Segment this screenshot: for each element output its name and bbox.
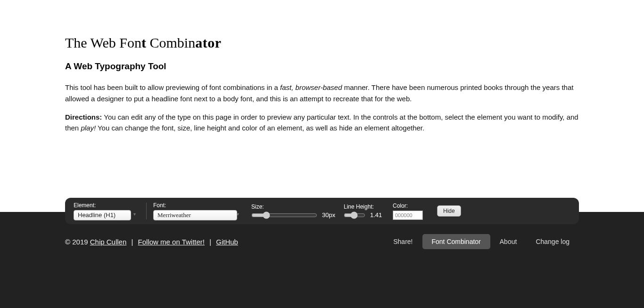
text-emphasis: fast, browser-based <box>280 83 342 91</box>
twitter-link[interactable]: Follow me on Twitter! <box>138 238 205 246</box>
font-select[interactable]: Merriweather <box>153 210 237 220</box>
github-link[interactable]: GitHub <box>216 238 238 246</box>
intro-paragraph[interactable]: This tool has been built to allow previe… <box>65 82 579 104</box>
page-title[interactable]: The Web Font Combinator <box>65 33 579 53</box>
size-value: 30px <box>322 211 338 219</box>
separator: | <box>207 238 213 246</box>
footer-nav: Share! Font Combinator About Change log <box>384 234 579 249</box>
text-emphasis: play! <box>81 124 96 132</box>
title-part-bold: ator <box>195 35 221 50</box>
element-label: Element: <box>74 202 140 209</box>
author-link[interactable]: Chip Cullen <box>90 238 127 246</box>
page-subtitle[interactable]: A Web Typography Tool <box>65 61 579 72</box>
text: You can change the font, size, line heig… <box>96 124 424 132</box>
separator: | <box>129 238 135 246</box>
line-height-label: Line Height: <box>344 203 386 210</box>
size-label: Size: <box>251 203 338 210</box>
footer-credits: © 2019 Chip Cullen | Follow me on Twitte… <box>65 238 238 246</box>
nav-share[interactable]: Share! <box>384 234 422 249</box>
title-part: Combin <box>146 35 195 50</box>
text-strong: Directions: <box>65 113 102 121</box>
hide-button[interactable]: Hide <box>437 205 461 217</box>
size-slider[interactable] <box>251 211 317 219</box>
color-label: Color: <box>393 203 423 209</box>
directions-paragraph[interactable]: Directions: You can edit any of the type… <box>65 112 579 134</box>
nav-about[interactable]: About <box>490 234 527 249</box>
line-height-value: 1.41 <box>370 211 386 219</box>
title-part: The Web Fon <box>65 35 141 50</box>
control-bar: Element: Headline (H1) Font: Merriweathe… <box>65 198 579 224</box>
footer-background <box>0 212 644 308</box>
title-part-bold: t <box>141 35 146 50</box>
text: This tool has been built to allow previe… <box>65 83 280 91</box>
divider <box>146 203 147 219</box>
copyright-text: © 2019 <box>65 238 90 246</box>
color-input[interactable] <box>393 211 423 220</box>
nav-font-combinator[interactable]: Font Combinator <box>422 234 490 249</box>
line-height-slider[interactable] <box>344 211 365 219</box>
font-label: Font: <box>153 202 243 209</box>
nav-change-log[interactable]: Change log <box>526 234 579 249</box>
element-select[interactable]: Headline (H1) <box>74 210 131 220</box>
